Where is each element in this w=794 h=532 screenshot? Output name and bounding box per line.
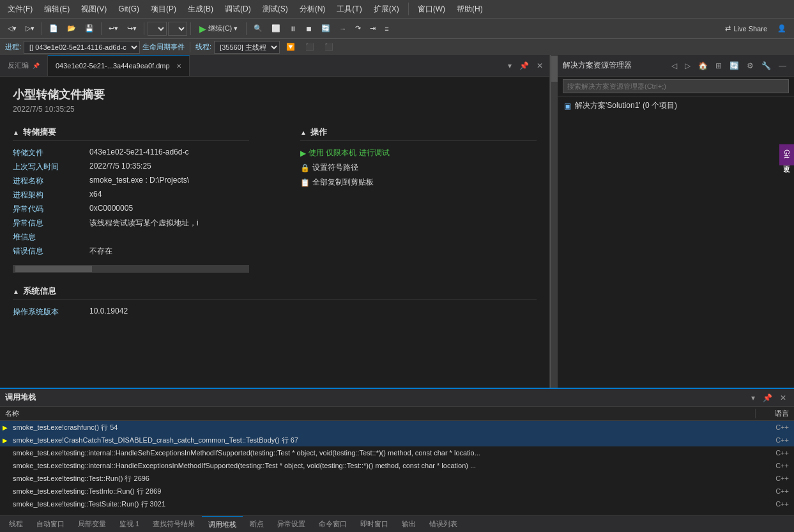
- step-into-button[interactable]: →: [335, 23, 350, 34]
- stack-row[interactable]: smoke_test.exe!testing::internal::Handle…: [0, 446, 794, 459]
- dbg-btn1[interactable]: ⇥: [366, 22, 379, 34]
- bottom-tab-线程[interactable]: 线程: [3, 516, 29, 532]
- menu-debug[interactable]: 调试(D): [220, 1, 256, 17]
- menu-window[interactable]: 窗口(W): [413, 1, 450, 17]
- cs-tool-close[interactable]: ✕: [777, 393, 789, 403]
- rp-tool2[interactable]: ▷: [682, 60, 693, 72]
- forward-button[interactable]: ▷▾: [22, 22, 38, 34]
- new-button[interactable]: 📄: [45, 22, 62, 34]
- cs-tool-pin[interactable]: 📌: [760, 393, 775, 403]
- rp-refresh[interactable]: 🔄: [727, 60, 742, 72]
- bottom-tab-调用堆栈[interactable]: 调用堆栈: [202, 516, 243, 532]
- continue-label: 继续(C) ▾: [208, 24, 238, 33]
- redo-button[interactable]: ↪▾: [123, 22, 141, 34]
- restart-button[interactable]: 🔄: [317, 22, 334, 34]
- solution-search-input[interactable]: [563, 79, 789, 93]
- sysinfo-table: 操作系统版本 10.0.19042: [13, 307, 537, 321]
- menu-build[interactable]: 生成(B): [183, 1, 218, 17]
- left-panel-scroll-thumb[interactable]: [551, 56, 558, 82]
- thread-combo[interactable]: [35560] 主线程: [214, 41, 280, 54]
- exception-code-label: 异常代码: [13, 204, 89, 218]
- rp-tool1[interactable]: ◁: [669, 60, 680, 72]
- bottom-tab-命令窗口[interactable]: 命令窗口: [312, 516, 353, 532]
- back-button[interactable]: ◁▾: [4, 22, 20, 34]
- menu-project[interactable]: 项目(P): [146, 1, 181, 17]
- bottom-tab-监视-1[interactable]: 监视 1: [113, 516, 146, 532]
- undo-button[interactable]: ↩▾: [105, 22, 122, 34]
- stack-row[interactable]: smoke_test.exe!testing::internal::Handle…: [0, 459, 794, 472]
- stack-row[interactable]: ▶ smoke_test.exe!CrashCatchTest_DISABLED…: [0, 434, 794, 446]
- stack-row[interactable]: smoke_test.exe!testing::Test::Run() 行 26…: [0, 472, 794, 485]
- process-combo[interactable]: [] 043e1e02-5e21-4116-ad6d-c: [24, 41, 140, 54]
- bottom-tab-查找符号结果[interactable]: 查找符号结果: [146, 516, 201, 532]
- actions-title: 操作: [310, 126, 327, 138]
- cs-tool-dropdown[interactable]: ▾: [749, 393, 758, 403]
- menu-edit[interactable]: 编辑(E): [39, 1, 75, 17]
- locate-button[interactable]: 🔍: [250, 22, 266, 34]
- menu-extensions[interactable]: 扩展(X): [369, 1, 404, 17]
- left-panel-scrollbar[interactable]: [550, 55, 558, 388]
- save-button[interactable]: 💾: [81, 22, 98, 34]
- rp-home[interactable]: 🏠: [696, 60, 710, 72]
- symbol-path-link[interactable]: 🔒 设置符号路径: [300, 162, 537, 173]
- bottom-tab-错误列表[interactable]: 错误列表: [423, 516, 464, 532]
- rp-settings[interactable]: ⚙: [744, 60, 756, 72]
- menu-help[interactable]: 帮助(H): [452, 1, 488, 17]
- col-name-header: 名称: [0, 409, 756, 418]
- stack-row[interactable]: ▶ smoke_test.exe!crashfunc() 行 54 C++: [0, 421, 794, 434]
- horizontal-scrollbar[interactable]: [13, 265, 249, 273]
- tab-dumpfile-close[interactable]: ✕: [176, 63, 181, 70]
- scrollbar-thumb[interactable]: [15, 266, 92, 272]
- tab-pin-btn[interactable]: 📌: [517, 60, 531, 72]
- continue-button[interactable]: ▶ 继续(C) ▾: [194, 22, 243, 36]
- tab-dumpfile[interactable]: 043e1e02-5e21-...3a44ea9ea0f.dmp ✕: [48, 55, 190, 76]
- bottom-tab-输出[interactable]: 输出: [395, 516, 422, 532]
- bottom-tab-局部变量[interactable]: 局部变量: [72, 516, 112, 532]
- platform-combo[interactable]: [168, 22, 187, 36]
- copy-all-link[interactable]: 📋 全部复制到剪贴板: [300, 177, 537, 188]
- menu-analyze[interactable]: 分析(N): [294, 1, 331, 17]
- exception-code-value: 0xC0000005: [89, 204, 249, 218]
- debug-link[interactable]: ▶ 使用 仅限本机 进行调试: [300, 148, 537, 158]
- step-over-button[interactable]: ⬜: [268, 22, 284, 34]
- rp-tool5[interactable]: —: [776, 60, 789, 72]
- process-name-value: smoke_test.exe : D:\Projects\: [89, 176, 249, 190]
- stack-row[interactable]: smoke_test.exe!testing::TestSuite::Run()…: [0, 498, 794, 510]
- bottom-tab-断点[interactable]: 断点: [243, 516, 270, 532]
- pause-button[interactable]: ⏸: [286, 23, 300, 34]
- bottom-tab-异常设置[interactable]: 异常设置: [271, 516, 312, 532]
- menu-view[interactable]: 视图(V): [76, 1, 112, 17]
- thread-btn1[interactable]: ⬛: [302, 41, 318, 53]
- solution-item[interactable]: ▣ 解决方案'Solution1' (0 个项目): [558, 96, 794, 115]
- table-row: 转储文件 043e1e02-5e21-4116-ad6d-c: [13, 148, 249, 162]
- stack-frame-lang: C++: [756, 475, 794, 482]
- menu-file[interactable]: 文件(F): [3, 1, 38, 17]
- stop-button[interactable]: ⏹: [302, 23, 316, 34]
- dump-file-value: 043e1e02-5e21-4116-ad6d-c: [89, 148, 249, 162]
- pin-icon: 📌: [33, 63, 40, 69]
- menu-test[interactable]: 测试(S): [257, 1, 293, 17]
- actions-chevron-icon[interactable]: ▲: [300, 129, 307, 136]
- summary-chevron-icon[interactable]: ▲: [13, 129, 19, 136]
- stack-row[interactable]: smoke_test.exe!testing::TestInfo::Run() …: [0, 485, 794, 498]
- thread-btn2[interactable]: ⬛: [321, 41, 337, 53]
- sysinfo-chevron-icon[interactable]: ▲: [13, 288, 19, 295]
- config-combo[interactable]: [148, 22, 167, 36]
- git-tab[interactable]: Git 更改: [779, 144, 794, 165]
- dbg-btn2[interactable]: ≡: [381, 23, 392, 34]
- filter-button[interactable]: 🔽: [282, 41, 299, 53]
- step-out-button[interactable]: ↷: [351, 22, 365, 34]
- main-area: 反汇编 📌 043e1e02-5e21-...3a44ea9ea0f.dmp ✕…: [0, 55, 794, 388]
- rp-tool4[interactable]: 🔧: [759, 60, 774, 72]
- tab-dropdown-btn[interactable]: ▾: [505, 60, 514, 72]
- open-button[interactable]: 📂: [63, 22, 80, 34]
- bottom-tab-即时窗口[interactable]: 即时窗口: [354, 516, 395, 532]
- tab-disassembly[interactable]: 反汇编 📌: [0, 55, 48, 76]
- account-button[interactable]: 👤: [774, 22, 790, 34]
- menu-git[interactable]: Git(G): [113, 2, 144, 16]
- menu-tools[interactable]: 工具(T): [332, 1, 367, 17]
- liveshare-button[interactable]: ⇄ Live Share: [720, 22, 772, 34]
- rp-tool3[interactable]: ⊞: [713, 60, 724, 72]
- bottom-tab-自动窗口[interactable]: 自动窗口: [30, 516, 71, 532]
- tab-close-btn[interactable]: ✕: [534, 60, 546, 72]
